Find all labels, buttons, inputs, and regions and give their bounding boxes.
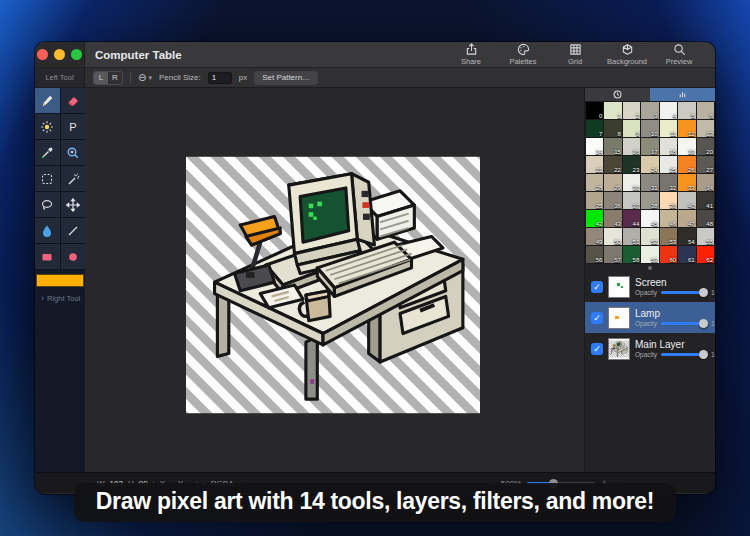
layer-row-screen[interactable]: ✓ Screen Opacity 100%	[585, 271, 715, 302]
palette-swatch-45[interactable]: 45	[641, 210, 658, 227]
palette-swatch-15[interactable]: 15	[604, 138, 621, 155]
tool-magic-wand[interactable]	[61, 166, 86, 191]
tool-rect-select[interactable]	[35, 166, 60, 191]
palette-swatch-28[interactable]: 28	[586, 174, 603, 191]
tool-ellipse[interactable]	[61, 244, 86, 269]
palette-swatch-44[interactable]: 44	[623, 210, 640, 227]
palette-swatch-62[interactable]: 62	[697, 246, 714, 263]
palette-swatch-42[interactable]: 42	[586, 210, 603, 227]
opacity-slider[interactable]	[661, 353, 707, 356]
grid-button[interactable]: Grid	[551, 43, 599, 66]
palette-swatch-17[interactable]: 17	[641, 138, 658, 155]
palette-swatch-4[interactable]: 4	[660, 102, 677, 119]
palette-swatch-59[interactable]: 59	[641, 246, 658, 263]
palette-swatch-2[interactable]: 2	[623, 102, 640, 119]
left-tool-header[interactable]: Left Tool	[35, 68, 85, 87]
tool-eraser[interactable]	[61, 88, 86, 113]
palette-swatch-32[interactable]: 32	[660, 174, 677, 191]
tool-pattern-stamp[interactable]: P	[61, 114, 86, 139]
palette-swatch-38[interactable]: 38	[641, 192, 658, 209]
preview-button[interactable]: Preview	[655, 43, 703, 66]
palette-swatch-1[interactable]: 1	[604, 102, 621, 119]
layer-row-main-layer[interactable]: ✓ Main Layer Opacity 100%	[585, 333, 715, 364]
palette-swatch-20[interactable]: 20	[697, 138, 714, 155]
palette-swatch-54[interactable]: 54	[678, 228, 695, 245]
tool-zoom[interactable]	[61, 140, 86, 165]
palette-swatch-46[interactable]: 46	[660, 210, 677, 227]
palette-swatch-6[interactable]: 6	[697, 102, 714, 119]
opacity-slider-thumb[interactable]	[699, 288, 708, 297]
palette-swatch-36[interactable]: 36	[604, 192, 621, 209]
palette-swatch-34[interactable]: 34	[697, 174, 714, 191]
palette-swatch-9[interactable]: 9	[623, 120, 640, 137]
layer-row-lamp[interactable]: ✓ Lamp Opacity 100%	[585, 302, 715, 333]
palette-swatch-37[interactable]: 37	[623, 192, 640, 209]
palette-swatch-52[interactable]: 52	[641, 228, 658, 245]
palette-swatch-24[interactable]: 24	[641, 156, 658, 173]
palette-swatch-0[interactable]: 0	[586, 102, 603, 119]
palette-swatch-19[interactable]: 19	[678, 138, 695, 155]
tool-fill[interactable]	[35, 218, 60, 243]
palette-swatch-7[interactable]: 7	[586, 120, 603, 137]
minimize-button[interactable]	[54, 49, 65, 60]
tool-line[interactable]	[61, 218, 86, 243]
brush-shape-dropdown[interactable]: ⊖ ▾	[138, 72, 152, 83]
share-button[interactable]: Share	[447, 43, 495, 66]
close-button[interactable]	[37, 49, 48, 60]
palette-swatch-10[interactable]: 10	[641, 120, 658, 137]
right-mouse-toggle[interactable]: R	[108, 72, 122, 84]
palette-swatch-23[interactable]: 23	[623, 156, 640, 173]
canvas-area[interactable]	[85, 88, 585, 472]
background-button[interactable]: Background	[603, 43, 651, 66]
palette-swatch-48[interactable]: 48	[697, 210, 714, 227]
palette-swatch-8[interactable]: 8	[604, 120, 621, 137]
opacity-slider-thumb[interactable]	[699, 319, 708, 328]
tool-rectangle[interactable]	[35, 244, 60, 269]
palette-swatch-40[interactable]: 40	[678, 192, 695, 209]
palette-swatch-21[interactable]: 21	[586, 156, 603, 173]
palette-swatch-30[interactable]: 30	[623, 174, 640, 191]
palette-swatch-22[interactable]: 22	[604, 156, 621, 173]
right-tool-disclosure[interactable]: › Right Tool	[35, 293, 85, 303]
palette-swatch-27[interactable]: 27	[697, 156, 714, 173]
tab-recent-colors[interactable]	[585, 88, 650, 101]
zoom-button[interactable]	[71, 49, 82, 60]
tool-lasso[interactable]	[35, 192, 60, 217]
palette-swatch-12[interactable]: 12	[678, 120, 695, 137]
pixel-art-canvas[interactable]	[186, 155, 480, 415]
palette-swatch-60[interactable]: 60	[660, 246, 677, 263]
tool-eyedropper[interactable]	[35, 140, 60, 165]
palette-swatch-31[interactable]: 31	[641, 174, 658, 191]
palette-swatch-33[interactable]: 33	[678, 174, 695, 191]
opacity-slider[interactable]	[661, 291, 707, 294]
tool-move[interactable]	[61, 192, 86, 217]
palette-swatch-41[interactable]: 41	[697, 192, 714, 209]
palette-swatch-55[interactable]: 55	[697, 228, 714, 245]
palette-swatch-25[interactable]: 25	[660, 156, 677, 173]
palette-swatch-16[interactable]: 16	[623, 138, 640, 155]
active-color-swatch[interactable]	[36, 274, 84, 287]
palettes-button[interactable]: Palettes	[499, 43, 547, 66]
palette-swatch-13[interactable]: 13	[697, 120, 714, 137]
palette-swatch-49[interactable]: 49	[586, 228, 603, 245]
palette-swatch-50[interactable]: 50	[604, 228, 621, 245]
opacity-slider[interactable]	[661, 322, 707, 325]
set-pattern-button[interactable]: Set Pattern…	[254, 71, 318, 85]
palette-swatch-57[interactable]: 57	[604, 246, 621, 263]
palette-swatch-56[interactable]: 56	[586, 246, 603, 263]
palette-swatch-29[interactable]: 29	[604, 174, 621, 191]
palette-swatch-43[interactable]: 43	[604, 210, 621, 227]
panel-resize-handle[interactable]	[585, 264, 715, 271]
tab-frequency[interactable]	[650, 88, 715, 101]
palette-swatch-18[interactable]: 18	[660, 138, 677, 155]
palette-swatch-26[interactable]: 26	[678, 156, 695, 173]
left-mouse-toggle[interactable]: L	[94, 72, 108, 84]
palette-swatch-47[interactable]: 47	[678, 210, 695, 227]
palette-swatch-58[interactable]: 58	[623, 246, 640, 263]
palette-swatch-5[interactable]: 5	[678, 102, 695, 119]
tool-pencil[interactable]	[35, 88, 60, 113]
palette-swatch-14[interactable]: 14	[586, 138, 603, 155]
palette-swatch-35[interactable]: 35	[586, 192, 603, 209]
palette-swatch-3[interactable]: 3	[641, 102, 658, 119]
layer-visibility-checkbox[interactable]: ✓	[591, 343, 603, 355]
